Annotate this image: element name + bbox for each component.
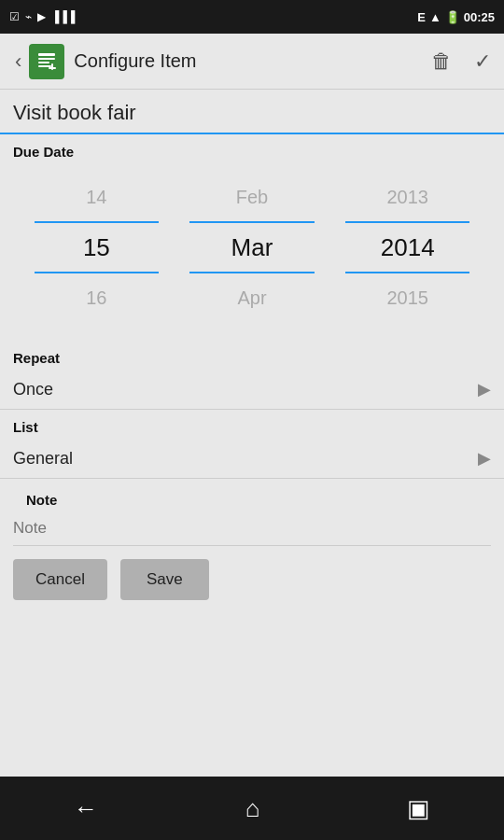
date-picker[interactable]: 14 15 16 Feb Mar Apr 2013 2014 2015 [0, 163, 504, 341]
page-title: Configure Item [74, 50, 426, 72]
content-area: Due Date 14 15 16 Feb Mar Apr 2013 2014 … [0, 90, 504, 777]
svg-rect-0 [38, 53, 55, 56]
note-label: Note [13, 483, 491, 511]
bar-status-icon: ▐▐▐ [51, 10, 76, 23]
list-value: General [13, 449, 478, 469]
status-bar: ☑ ⌁ ▶ ▐▐▐ E ▲ 🔋 00:25 [0, 0, 504, 34]
checkbox-status-icon: ☑ [9, 10, 20, 23]
nav-back-button[interactable]: ← [55, 787, 117, 831]
delete-button[interactable]: 🗑 [426, 44, 457, 79]
repeat-arrow-icon: ▶ [478, 379, 491, 399]
month-selected: Mar [175, 223, 330, 272]
svg-rect-3 [38, 65, 51, 67]
signal-icon: E [417, 10, 426, 24]
app-logo [29, 44, 64, 79]
title-input[interactable] [13, 97, 491, 129]
day-next: 16 [19, 273, 175, 322]
repeat-value: Once [13, 380, 478, 399]
svg-rect-5 [49, 67, 56, 69]
cancel-button[interactable]: Cancel [13, 559, 107, 600]
bottom-nav: ← ⌂ ▣ [0, 777, 504, 840]
usb-status-icon: ⌁ [25, 10, 32, 23]
month-column[interactable]: Feb Mar Apr [175, 173, 330, 322]
day-column[interactable]: 14 15 16 [19, 173, 175, 322]
status-right: E ▲ 🔋 00:25 [417, 10, 495, 24]
due-date-label: Due Date [0, 134, 504, 163]
year-column[interactable]: 2013 2014 2015 [329, 173, 485, 322]
nav-home-button[interactable]: ⌂ [227, 787, 279, 831]
nav-recent-button[interactable]: ▣ [388, 787, 449, 831]
title-section [0, 90, 504, 134]
note-section: Note [0, 479, 504, 546]
app-bar: ‹ Configure Item 🗑 ✓ [0, 34, 504, 90]
list-section: List General ▶ [0, 410, 504, 479]
day-selected: 15 [19, 223, 175, 272]
note-input[interactable] [13, 511, 491, 546]
list-arrow-icon: ▶ [478, 448, 491, 469]
list-label: List [0, 410, 504, 439]
month-next: Apr [175, 273, 330, 322]
status-icons: ☑ ⌁ ▶ ▐▐▐ [9, 10, 76, 23]
year-prev: 2013 [329, 173, 485, 221]
back-button[interactable]: ‹ [7, 42, 29, 81]
confirm-button[interactable]: ✓ [469, 44, 497, 79]
month-prev: Feb [175, 173, 330, 221]
battery-icon: 🔋 [445, 10, 460, 24]
button-row: Cancel Save [0, 546, 504, 613]
wifi-icon: ▲ [429, 10, 441, 24]
year-next: 2015 [329, 273, 485, 322]
app-bar-actions: 🗑 ✓ [426, 44, 497, 79]
year-selected: 2014 [329, 223, 485, 272]
repeat-section: Repeat Once ▶ [0, 341, 504, 410]
list-dropdown[interactable]: General ▶ [0, 439, 504, 479]
play-status-icon: ▶ [37, 10, 46, 23]
day-prev: 14 [19, 173, 175, 221]
svg-rect-2 [38, 62, 49, 63]
svg-rect-1 [38, 58, 55, 60]
save-button[interactable]: Save [120, 559, 209, 600]
repeat-dropdown[interactable]: Once ▶ [0, 370, 504, 410]
clock: 00:25 [464, 10, 495, 24]
repeat-label: Repeat [0, 341, 504, 370]
